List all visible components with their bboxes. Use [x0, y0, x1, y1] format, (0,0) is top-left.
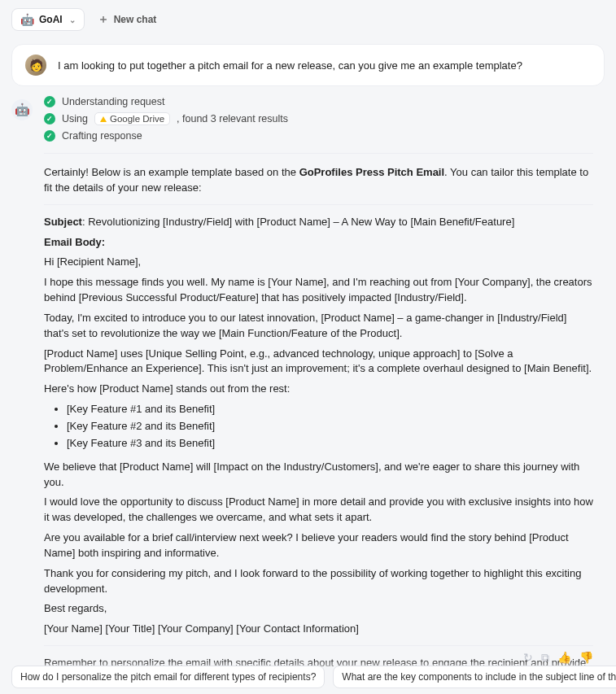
step-label-pre: Using [62, 113, 88, 124]
google-drive-chip[interactable]: Google Drive [94, 112, 170, 125]
chevron-down-icon: ⌄ [69, 15, 76, 24]
new-chat-label: New chat [114, 14, 157, 25]
feature-item: [Key Feature #1 and its Benefit] [67, 402, 593, 417]
body-p7: Are you available for a brief call/inter… [44, 530, 593, 561]
plus-icon: ＋ [98, 12, 109, 27]
body-label: Email Body: [44, 235, 593, 251]
greeting: Hi [Recipient Name], [44, 255, 593, 270]
step-crafting: ✓ Crafting response [44, 130, 605, 142]
model-selector[interactable]: 🤖 GoAI ⌄ [11, 8, 85, 31]
ai-avatar: 🤖 [11, 99, 33, 120]
step-label: Crafting response [62, 130, 142, 142]
ai-response: Certainly! Below is an example template … [44, 153, 605, 694]
body-p6: I would love the opportunity to discuss … [44, 495, 593, 526]
feature-list: [Key Feature #1 and its Benefit] [Key Fe… [67, 402, 593, 452]
step-understanding: ✓ Understanding request [44, 96, 605, 107]
divider [44, 153, 593, 154]
drive-chip-label: Google Drive [110, 114, 164, 124]
step-using-source: ✓ Using Google Drive , found 3 relevant … [44, 112, 605, 125]
divider [44, 645, 593, 646]
suggestion-chip[interactable]: What are the key components to include i… [333, 666, 616, 688]
suggestion-bar: How do I personalize the pitch email for… [0, 660, 616, 694]
progress-steps: ✓ Understanding request ✓ Using Google D… [44, 96, 605, 142]
model-label: GoAI [39, 14, 63, 25]
user-message-text: I am looking to put together a pitch ema… [58, 59, 522, 72]
intro-paragraph: Certainly! Below is an example template … [44, 165, 593, 196]
divider [44, 204, 593, 205]
feature-item: [Key Feature #3 and its Benefit] [67, 436, 593, 452]
user-avatar: 🧑 [25, 55, 46, 76]
step-label: Understanding request [62, 96, 164, 107]
body-p2: Today, I'm excited to introduce you to o… [44, 311, 593, 342]
body-p4: Here's how [Product Name] stands out fro… [44, 382, 593, 397]
subject-line: Subject: Revolutionizing [Industry/Field… [44, 215, 593, 230]
check-icon: ✓ [44, 130, 55, 142]
check-icon: ✓ [44, 113, 55, 124]
signature: [Your Name] [Your Title] [Your Company] … [44, 622, 593, 637]
robot-icon: 🤖 [20, 13, 34, 26]
new-chat-button[interactable]: ＋ New chat [91, 8, 164, 31]
user-message: 🧑 I am looking to put together a pitch e… [11, 44, 605, 86]
step-label-post: , found 3 relevant results [177, 113, 288, 124]
body-p1: I hope this message finds you well. My n… [44, 275, 593, 306]
body-p3: [Product Name] uses [Unique Selling Poin… [44, 347, 593, 378]
signoff: Best regards, [44, 601, 593, 617]
body-p5: We believe that [Product Name] will [Imp… [44, 460, 593, 491]
body-p8: Thank you for considering my pitch, and … [44, 566, 593, 597]
feature-item: [Key Feature #2 and its Benefit] [67, 419, 593, 434]
suggestion-chip[interactable]: How do I personalize the pitch email for… [11, 666, 325, 688]
check-icon: ✓ [44, 96, 55, 107]
google-drive-icon [100, 116, 107, 122]
